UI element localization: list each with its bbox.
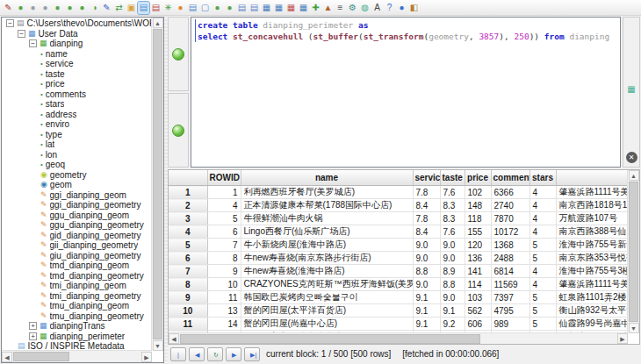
table-cell[interactable]: 5: [207, 212, 241, 225]
tree-item-tmi-dianping-geometry[interactable]: ✎tmi_dianping_geometry: [4, 291, 151, 302]
tree-icon[interactable]: ✳: [162, 2, 174, 14]
green-sphere-icon[interactable]: ●: [15, 2, 26, 14]
table-cell[interactable]: 155: [465, 225, 491, 239]
scroll-down-icon[interactable]: ▼: [629, 323, 639, 333]
table-cell[interactable]: 9.0: [413, 252, 440, 265]
row-number-cell[interactable]: 1: [169, 186, 207, 199]
plus-icon[interactable]: ✚: [310, 2, 321, 14]
scrollbar-thumb[interactable]: [13, 352, 69, 361]
refresh-block-button[interactable]: ↻: [207, 347, 223, 361]
grid-vertical-scrollbar[interactable]: ▲ ▼: [627, 170, 639, 333]
folder-icon[interactable]: ▣: [126, 2, 137, 14]
table-cell[interactable]: 7.6: [440, 186, 465, 199]
column-header-service[interactable]: service: [413, 170, 440, 186]
table-cell[interactable]: 8.3: [440, 199, 465, 212]
file-icon[interactable]: ▤: [248, 2, 260, 14]
table-cell[interactable]: 989: [491, 318, 529, 331]
sql-editor[interactable]: create table dianping_perimeter asselect…: [191, 17, 621, 168]
table-cell[interactable]: 6814: [491, 265, 529, 278]
table-cell[interactable]: CRAZYONES克芮旺斯™西班牙海鲜饭(美罗城店): [241, 278, 413, 291]
table-cell[interactable]: 2740: [491, 199, 529, 212]
table-cell[interactable]: 8.8: [440, 278, 465, 291]
table-cell[interactable]: 5: [529, 304, 556, 318]
scroll-right-icon[interactable]: ▶: [617, 333, 628, 344]
tree-item-lat[interactable]: •lat: [4, 139, 151, 150]
tree-item-stars[interactable]: •stars: [4, 99, 151, 110]
green-sphere-icon[interactable]: ●: [224, 2, 235, 14]
table-cell[interactable]: 7.8: [413, 212, 440, 225]
orange-dot-icon[interactable]: ●: [175, 2, 186, 14]
table-cell[interactable]: 淮海中路755号3楼: [556, 265, 628, 278]
table-cell[interactable]: 13: [207, 304, 241, 318]
table-cell[interactable]: 6: [207, 225, 241, 239]
row-number-cell[interactable]: 3: [169, 212, 207, 225]
tree-item-tmi-dianping-geom[interactable]: ✎tmi_dianping_geom: [4, 281, 151, 291]
table-cell[interactable]: 淮海中路755号新华联大厦: [556, 239, 628, 252]
collapse-icon[interactable]: −: [29, 39, 37, 47]
tree-item-dianping[interactable]: −▦dianping: [4, 39, 151, 49]
table-cell[interactable]: 仙霞路99号尚嘉中心3层: [556, 318, 628, 331]
first-block-button[interactable]: |◀: [170, 347, 186, 361]
table-cell[interactable]: 562: [465, 304, 491, 318]
table-cell[interactable]: 韩国欧巴炭烤肉오빠숯불구이: [241, 291, 413, 304]
table-cell[interactable]: 牛new寿喜烧(南京东路步行街店): [241, 252, 413, 265]
export-resultset-icon[interactable]: ▦: [627, 84, 635, 94]
table-cell[interactable]: 蟹的冈田屋(尚嘉中心店): [241, 318, 413, 331]
table-cell[interactable]: 11569: [491, 278, 529, 291]
sync-arrows-icon[interactable]: ⇄: [113, 2, 125, 14]
table-cell[interactable]: 南京西路388号仙乐斯广场: [556, 225, 628, 239]
file-icon[interactable]: ▤: [138, 2, 149, 14]
tree-item-tmu-dianping-geom[interactable]: ✎tmu_dianping_geom: [4, 301, 151, 311]
green-sphere-icon[interactable]: ●: [64, 2, 76, 14]
green-sphere-key-icon[interactable]: ◑: [89, 2, 100, 14]
column-header-blank[interactable]: [169, 170, 207, 186]
green-sphere-icon[interactable]: ●: [212, 2, 223, 14]
tree-item-taste[interactable]: •taste: [4, 69, 151, 80]
table-cell[interactable]: 10: [207, 278, 241, 291]
tree-item-gii-dianping-geometry[interactable]: ✎gii_dianping_geometry: [4, 240, 151, 251]
table-cell[interactable]: 肇嘉浜路1111号美罗内街: [556, 278, 628, 291]
collapse-icon[interactable]: −: [18, 30, 25, 38]
tree-item-geoq[interactable]: •geoq: [4, 160, 151, 170]
column-header-taste[interactable]: taste: [440, 170, 465, 186]
collapse-icon[interactable]: −: [6, 19, 14, 27]
table-cell[interactable]: 衡山路932号太平洋百货8: [556, 304, 628, 318]
table-cell[interactable]: 5: [529, 291, 556, 304]
last-block-button[interactable]: ▶|: [244, 347, 260, 361]
table-cell[interactable]: 7870: [491, 212, 529, 225]
scrollbar-thumb[interactable]: [153, 29, 162, 339]
tree-item-user-data[interactable]: −▦User Data: [4, 29, 151, 39]
table-cell[interactable]: 4: [529, 212, 556, 225]
table-cell[interactable]: 9.0: [413, 278, 440, 291]
table-cell[interactable]: 11: [207, 291, 241, 304]
table-cell[interactable]: Lingo西餐厅(仙乐斯广场店): [241, 225, 413, 239]
table-cell[interactable]: 牛new寿喜烧(淮海中路店): [241, 265, 413, 278]
next-block-button[interactable]: ▶: [226, 347, 241, 361]
expand-icon[interactable]: +: [29, 332, 37, 340]
tree-item-tmd-dianping-geom[interactable]: ✎tmd_dianping_geom: [4, 261, 151, 271]
table-cell[interactable]: 9.0: [413, 239, 440, 252]
list-icon[interactable]: ≡: [335, 2, 346, 14]
table-icon[interactable]: ▦: [261, 2, 272, 14]
row-number-cell[interactable]: 10: [169, 304, 207, 318]
gray-sphere-icon[interactable]: ●: [40, 2, 51, 14]
row-number-cell[interactable]: 5: [169, 239, 207, 252]
help-icon[interactable]: ?: [384, 2, 395, 14]
table-cell[interactable]: 9: [207, 265, 241, 278]
tree-item-dianping-perimeter[interactable]: +▦dianping_perimeter: [4, 332, 151, 342]
table-cell[interactable]: 肇嘉浜路1111号美罗城8D: [556, 186, 628, 199]
table-cell[interactable]: 7397: [491, 291, 529, 304]
blue-pencil-icon[interactable]: ✎: [101, 2, 112, 14]
table-cell[interactable]: 蟹的冈田屋(太平洋百货店): [241, 304, 413, 318]
table-cell[interactable]: 9.1: [413, 291, 440, 304]
table-cell[interactable]: 8.3: [440, 212, 465, 225]
scroll-right-icon[interactable]: ▶: [141, 352, 152, 362]
column-header-price[interactable]: price: [465, 170, 491, 186]
table-cell[interactable]: 4: [529, 225, 556, 239]
tree-item-geometry[interactable]: ◉geometry: [4, 170, 151, 181]
table-icon[interactable]: ▦: [273, 2, 284, 14]
tree-item-geom[interactable]: ◉geom: [4, 180, 151, 190]
table-cell[interactable]: 141: [465, 265, 491, 278]
green-sphere-icon[interactable]: ●: [76, 2, 88, 14]
table-cell[interactable]: 9.0: [440, 291, 465, 304]
